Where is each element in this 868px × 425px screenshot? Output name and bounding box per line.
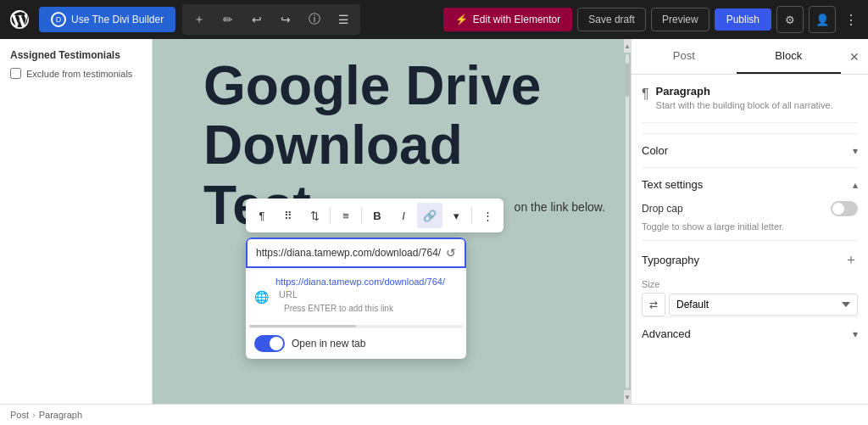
typography-section-title: Typography	[642, 254, 699, 266]
tab-post[interactable]: Post	[632, 39, 737, 74]
toolbar-separator-2	[361, 207, 362, 224]
text-settings-header[interactable]: Text settings ▴	[642, 168, 858, 201]
divi-button-label: Use The Divi Builder	[71, 14, 164, 25]
panel-content: ¶ Paragraph Start with the building bloc…	[632, 75, 868, 404]
info-button[interactable]: ⓘ	[301, 6, 328, 33]
drop-cap-desc: Toggle to show a large initial letter.	[642, 221, 858, 232]
text-settings-section: Text settings ▴ Drop cap Toggle to show …	[642, 167, 858, 240]
elementor-button[interactable]: ⚡ Edit with Elementor	[443, 8, 572, 31]
drag-handle-button[interactable]: ⠿	[275, 203, 301, 228]
advanced-chevron-icon: ▾	[853, 328, 858, 340]
typography-plus-icon[interactable]: ＋	[844, 251, 858, 269]
advanced-section-title: Advanced	[642, 327, 691, 340]
scroll-up-arrow[interactable]: ▲	[624, 39, 631, 53]
elementor-icon: ⚡	[455, 14, 468, 25]
block-info: ¶ Paragraph Start with the building bloc…	[642, 85, 858, 123]
save-draft-button[interactable]: Save draft	[577, 8, 646, 31]
url-suggestion-content: https://diana.tamewp.com/download/764/ U…	[275, 275, 458, 318]
advanced-section: Advanced ▾	[642, 316, 858, 350]
advanced-section-header[interactable]: Advanced ▾	[642, 317, 858, 350]
link-button[interactable]: 🔗	[417, 203, 442, 228]
breadcrumb-post[interactable]: Post	[10, 410, 29, 420]
panel-close-button[interactable]: ✕	[841, 39, 868, 74]
block-name: Paragraph	[656, 85, 833, 98]
size-select-row: ⇄ Default	[642, 293, 858, 316]
publish-button[interactable]: Publish	[715, 8, 771, 31]
assigned-testimonials-title: Assigned Testimonials	[10, 49, 142, 61]
url-input-row: ↺	[246, 238, 466, 268]
top-bar-actions: ⚡ Edit with Elementor Save draft Preview…	[443, 6, 861, 33]
color-section-header[interactable]: Color ▾	[642, 134, 858, 167]
tab-block[interactable]: Block	[737, 39, 842, 74]
redo-button[interactable]: ↪	[272, 6, 299, 33]
add-block-button[interactable]: ＋	[186, 6, 213, 33]
typography-section-header[interactable]: Typography ＋	[642, 241, 858, 279]
toggle-knob	[270, 337, 283, 350]
list-view-button[interactable]: ☰	[330, 6, 357, 33]
undo-button[interactable]: ↩	[243, 6, 270, 33]
divi-logo-icon: D	[51, 12, 66, 27]
toolbar-separator-3	[471, 207, 472, 224]
italic-button[interactable]: I	[391, 203, 416, 228]
block-info-text: Paragraph Start with the building block …	[656, 85, 833, 112]
editor-toolbar: ＋ ✏ ↩ ↪ ⓘ ☰	[182, 4, 360, 35]
preview-button[interactable]: Preview	[651, 8, 709, 31]
text-settings-title: Text settings	[642, 178, 703, 191]
scroll-thumb	[626, 63, 629, 97]
paragraph-block-icon: ¶	[642, 87, 649, 102]
url-label: URL	[279, 289, 298, 299]
breadcrumb-separator: ›	[32, 410, 36, 420]
url-suggestion-row[interactable]: 🌐 https://diana.tamewp.com/download/764/…	[246, 268, 466, 325]
block-options-button[interactable]: ⋮	[475, 203, 500, 228]
drop-cap-row: Drop cap	[642, 201, 858, 216]
main-area: Assigned Testimonials Exclude from testi…	[0, 39, 868, 404]
url-hint: Press ENTER to add this link	[275, 300, 458, 318]
user-button[interactable]: 👤	[809, 6, 836, 33]
drop-cap-toggle[interactable]	[831, 201, 858, 216]
editor-canvas: Google Drive Download Test ¶ ⠿ ⇅ ≡ B I 🔗…	[153, 39, 631, 404]
bold-button[interactable]: B	[364, 203, 390, 228]
block-toolbar: ¶ ⠿ ⇅ ≡ B I 🔗 ▾ ⋮	[246, 199, 504, 232]
exclude-checkbox-row: Exclude from testimonials	[10, 68, 142, 79]
bottom-bar: Post › Paragraph	[0, 404, 868, 425]
size-label: Size	[642, 279, 858, 289]
size-adjust-icon-button[interactable]: ⇄	[642, 293, 665, 316]
top-bar: D Use The Divi Builder ＋ ✏ ↩ ↪ ⓘ ☰ ⚡ Edi…	[0, 0, 868, 39]
open-new-tab-toggle[interactable]	[254, 335, 285, 352]
size-select[interactable]: Default	[669, 294, 858, 316]
right-panel: Post Block ✕ ¶ Paragraph Start with the …	[631, 39, 868, 404]
exclude-checkbox[interactable]	[10, 68, 21, 79]
typography-section: Typography ＋ Size ⇄ Default	[642, 240, 858, 316]
scroll-track[interactable]	[626, 54, 629, 389]
more-options-button[interactable]: ⋮	[841, 6, 861, 33]
color-chevron-icon: ▾	[853, 145, 858, 157]
color-section-title: Color	[642, 144, 668, 157]
align-button[interactable]: ≡	[333, 203, 359, 228]
move-up-down-button[interactable]: ⇅	[302, 203, 327, 228]
settings-button[interactable]: ⚙	[776, 6, 804, 33]
assigned-testimonials-section: Assigned Testimonials Exclude from testi…	[10, 49, 142, 79]
url-suggestion-line1: https://diana.tamewp.com/download/764/ U…	[275, 275, 458, 300]
open-new-tab-label: Open in new tab	[292, 338, 365, 350]
content-text: on the link below.	[515, 200, 605, 214]
elementor-label: Edit with Elementor	[473, 14, 560, 25]
scroll-down-arrow[interactable]: ▼	[624, 390, 631, 404]
content-preview: on the link below.	[515, 200, 605, 214]
paragraph-icon-button[interactable]: ¶	[249, 203, 275, 228]
divi-builder-button[interactable]: D Use The Divi Builder	[39, 7, 175, 32]
url-popup: ↺ 🌐 https://diana.tamewp.com/download/76…	[246, 238, 466, 359]
panel-tabs: Post Block ✕	[632, 39, 868, 75]
editor-scrollbar: ▲ ▼	[624, 39, 631, 404]
url-input[interactable]	[256, 247, 446, 259]
text-settings-content: Drop cap Toggle to show a large initial …	[642, 201, 858, 240]
edit-pen-button[interactable]: ✏	[214, 6, 242, 33]
exclude-label: Exclude from testimonials	[26, 69, 132, 79]
open-new-tab-row: Open in new tab	[246, 327, 466, 359]
url-suggestion-link[interactable]: https://diana.tamewp.com/download/764/	[275, 277, 445, 287]
url-reset-button[interactable]: ↺	[446, 246, 456, 260]
more-rich-text-button[interactable]: ▾	[443, 203, 469, 228]
toolbar-separator-1	[330, 207, 331, 224]
breadcrumb-paragraph[interactable]: Paragraph	[39, 410, 82, 420]
typography-content: Size ⇄ Default	[642, 279, 858, 316]
wp-logo[interactable]	[7, 7, 32, 32]
